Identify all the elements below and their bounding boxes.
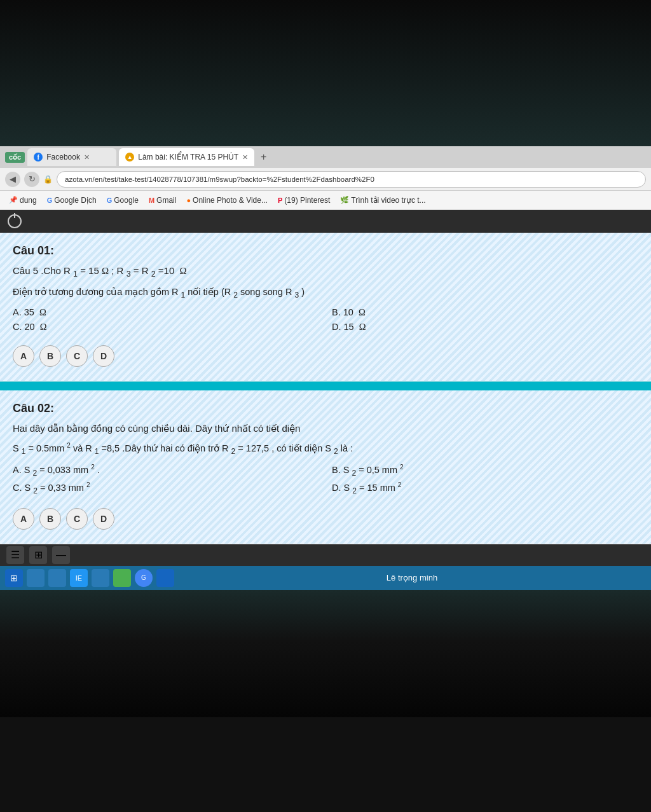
add-tab-button[interactable]: + xyxy=(257,151,270,163)
refresh-button[interactable]: ↻ xyxy=(24,172,39,187)
toolbar-row xyxy=(0,210,651,233)
taskbar-icon-3[interactable]: IE xyxy=(70,569,88,587)
question-01-subtext: Điện trở tương đương của mạch gồm R 1 nố… xyxy=(13,286,638,301)
monitor-top xyxy=(0,0,651,146)
bookmark-googledich-icon: G xyxy=(47,196,53,204)
view-icon-dash[interactable]: — xyxy=(52,546,70,564)
warning-icon: ▲ xyxy=(125,153,134,162)
bookmark-video[interactable]: 🌿 Trình tải video trực t... xyxy=(336,195,429,206)
answer-01-btn-D[interactable]: D xyxy=(93,345,114,367)
tab-facebook-label: Facebook xyxy=(46,153,80,162)
bookmark-google-label: Google xyxy=(114,196,139,205)
taskbar: ⊞ IE G Lê trọng minh xyxy=(0,566,651,590)
question-02-subtext: S 1 = 0.5mm 2 và R 1 =8,5 .Dây thứ hai c… xyxy=(13,441,638,457)
coc-logo: cốc xyxy=(5,152,25,163)
bookmark-video-label: Trình tải video trực t... xyxy=(351,196,425,205)
bookmark-google[interactable]: G Google xyxy=(103,195,142,206)
bookmarks-bar: 📌 dung G Google Dịch G Google M Gmail ● … xyxy=(0,191,651,210)
tab-facebook[interactable]: f Facebook ✕ xyxy=(27,148,116,166)
main-content: Câu 01: Câu 5 .Cho R 1 = 15 Ω ; R 3 = R … xyxy=(0,233,651,566)
view-icon-list[interactable]: ☰ xyxy=(6,546,24,564)
bookmark-photo-label: Online Photo & Vide... xyxy=(193,196,268,205)
answer-01-C: C. 20 Ω xyxy=(13,322,319,333)
question-02-text: Hai dây dẫn bằng đồng có cùng chiều dài.… xyxy=(13,422,638,436)
bookmark-dung-label: dung xyxy=(20,196,37,205)
answer-02-btn-B[interactable]: B xyxy=(39,508,61,530)
tab-bar: cốc f Facebook ✕ ▲ Làm bài: KIỂM TRA 15 … xyxy=(0,146,651,168)
question-02-answer-buttons: A B C D xyxy=(13,503,638,535)
question-01-title: Câu 01: xyxy=(13,244,638,258)
answer-01-D: D. 15 Ω xyxy=(332,322,638,333)
question-02-block: Câu 02: Hai dây dẫn bằng đồng có cùng ch… xyxy=(0,390,651,544)
tab-kiemtra-close[interactable]: ✕ xyxy=(242,153,248,162)
answer-01-btn-C[interactable]: C xyxy=(66,345,88,367)
taskbar-icon-2[interactable] xyxy=(48,569,66,587)
question-01-text: Câu 5 .Cho R 1 = 15 Ω ; R 3 = R 2 =10 Ω xyxy=(13,264,638,280)
lock-icon: 🔒 xyxy=(43,175,53,184)
bookmark-gmail-icon: M xyxy=(149,196,154,204)
bookmark-google-dich[interactable]: G Google Dịch xyxy=(43,195,100,206)
bookmark-dung[interactable]: 📌 dung xyxy=(5,195,41,206)
answer-02-A: A. S 2 = 0,033 mm 2 . xyxy=(13,464,319,478)
answer-01-btn-A[interactable]: A xyxy=(13,345,34,367)
bookmark-google-icon: G xyxy=(107,196,113,204)
question-01-answers: A. 35 Ω B. 10 Ω C. 20 Ω D. 15 Ω xyxy=(13,307,638,333)
answer-01-B: B. 10 Ω xyxy=(332,307,638,318)
taskbar-icon-6[interactable]: G xyxy=(135,569,153,587)
address-input[interactable] xyxy=(57,171,646,188)
answer-02-btn-A[interactable]: A xyxy=(13,508,34,530)
bookmark-pinterest-label: (19) Pinterest xyxy=(284,196,330,205)
bookmark-pinterest-icon: P xyxy=(278,196,282,204)
bookmark-photo[interactable]: ● Online Photo & Vide... xyxy=(182,195,271,206)
bookmark-video-icon: 🌿 xyxy=(340,196,349,204)
answer-01-btn-B[interactable]: B xyxy=(39,345,61,367)
tab-facebook-close[interactable]: ✕ xyxy=(84,153,90,162)
taskbar-icon-1[interactable] xyxy=(27,569,45,587)
bottom-bar: ☰ ⊞ — xyxy=(0,544,651,566)
question-01-answer-buttons: A B C D xyxy=(13,340,638,372)
question-02-title: Câu 02: xyxy=(13,402,638,415)
tab-kiemtra[interactable]: ▲ Làm bài: KIỂM TRA 15 PHÚT ✕ xyxy=(119,148,254,166)
view-icon-grid[interactable]: ⊞ xyxy=(29,546,47,564)
answer-02-B: B. S 2 = 0,5 mm 2 xyxy=(332,464,638,478)
monitor-bottom xyxy=(0,590,651,717)
answer-02-btn-C[interactable]: C xyxy=(66,508,88,530)
question-01-block: Câu 01: Câu 5 .Cho R 1 = 15 Ω ; R 3 = R … xyxy=(0,233,651,382)
question-02-answers: A. S 2 = 0,033 mm 2 . B. S 2 = 0,5 mm 2 … xyxy=(13,464,638,495)
back-button[interactable]: ◀ xyxy=(5,172,20,187)
teal-separator xyxy=(0,382,651,390)
answer-02-D: D. S 2 = 15 mm 2 xyxy=(332,481,638,495)
tab-kiemtra-label: Làm bài: KIỂM TRA 15 PHÚT xyxy=(138,153,238,162)
answer-02-btn-D[interactable]: D xyxy=(93,508,114,530)
bookmark-pinterest[interactable]: P (19) Pinterest xyxy=(274,195,334,206)
bookmark-photo-icon: ● xyxy=(186,196,191,204)
bookmark-dung-icon: 📌 xyxy=(9,196,18,204)
taskbar-icon-5[interactable] xyxy=(113,569,131,587)
bookmark-gmail[interactable]: M Gmail xyxy=(145,195,181,206)
answer-02-C: C. S 2 = 0,33 mm 2 xyxy=(13,481,319,495)
answer-01-A: A. 35 Ω xyxy=(13,307,319,318)
power-button[interactable] xyxy=(8,214,22,228)
facebook-icon: f xyxy=(34,153,43,162)
taskbar-start[interactable]: ⊞ xyxy=(5,569,23,587)
taskbar-icon-4[interactable] xyxy=(92,569,109,587)
bookmark-googledich-label: Google Dịch xyxy=(54,196,96,205)
taskbar-icon-7[interactable] xyxy=(156,569,174,587)
browser-window: cốc f Facebook ✕ ▲ Làm bài: KIỂM TRA 15 … xyxy=(0,146,651,566)
bookmark-gmail-label: Gmail xyxy=(156,196,176,205)
taskbar-username: Lê trọng minh xyxy=(178,573,646,582)
address-bar: ◀ ↻ 🔒 xyxy=(0,168,651,191)
